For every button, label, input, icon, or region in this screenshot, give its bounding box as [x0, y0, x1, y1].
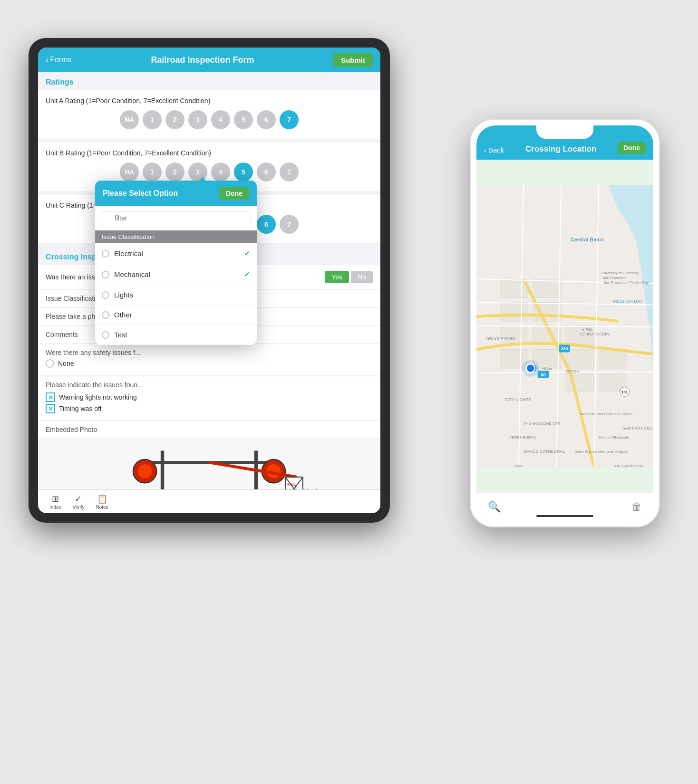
- svg-text:Costco Wholesale: Costco Wholesale: [599, 435, 629, 440]
- b-rating-2[interactable]: 2: [165, 163, 184, 182]
- search-bottom-icon[interactable]: 🔍: [488, 501, 501, 513]
- svg-text:San Francisco: San Francisco: [602, 276, 627, 280]
- timing-checkbox[interactable]: ✕: [46, 404, 55, 413]
- warning-lights-checkbox[interactable]: ✕: [46, 392, 55, 402]
- rating-4[interactable]: 4: [211, 110, 230, 129]
- phone-map[interactable]: 280 80 101 Central Basin MISSION BAY CHI…: [476, 160, 653, 492]
- svg-text:80: 80: [541, 373, 546, 377]
- dropdown-item-lights[interactable]: Lights: [95, 285, 257, 305]
- electrical-radio: [102, 250, 109, 258]
- dropdown-item-mechanical[interactable]: Mechanical ✓: [95, 264, 257, 285]
- svg-text:San Francisco Mission Bay: San Francisco Mission Bay: [603, 280, 649, 285]
- mechanical-radio: [102, 271, 109, 278]
- b-rating-na[interactable]: NA: [120, 163, 139, 182]
- notes-button[interactable]: 📋 Notes: [96, 494, 108, 510]
- issue-warning-lights: ✕ Warning lights not working: [46, 392, 373, 402]
- notes-icon: 📋: [97, 494, 107, 504]
- svg-text:Saint Francis Memorial Hospita: Saint Francis Memorial Hospital: [575, 449, 629, 454]
- tablet-bottombar: ⊞ Index ✓ Verify 📋 Notes: [38, 489, 380, 513]
- svg-text:Hilton: Hilton: [543, 366, 552, 371]
- svg-text:● REI: ● REI: [582, 327, 592, 332]
- svg-text:ROAD: ROAD: [285, 488, 297, 489]
- timing-label: Timing was off: [59, 405, 101, 412]
- rating-6[interactable]: 6: [257, 110, 276, 129]
- dropdown-modal: Please Select Option Done 🔍 Issue Classi…: [95, 181, 257, 345]
- svg-text:THE MOSCONE CTR: THE MOSCONE CTR: [524, 421, 561, 426]
- verify-label: Verify: [72, 505, 84, 510]
- unit-b-label: Unit B Rating (1=Poor Condition, 7=Excel…: [46, 149, 373, 157]
- svg-rect-28: [500, 326, 528, 345]
- svg-text:University of California: University of California: [601, 271, 639, 275]
- dropdown-item-test[interactable]: Test: [95, 325, 257, 345]
- dropdown-item-other[interactable]: Other: [95, 305, 257, 325]
- svg-text:CHINA BASIN: CHINA BASIN: [580, 331, 610, 336]
- issue-classification-label: Issue Classification: [46, 295, 103, 302]
- mechanical-check-icon: ✓: [244, 270, 250, 279]
- ratings-section-title: Ratings: [38, 72, 380, 90]
- b-rating-6[interactable]: 6: [257, 163, 276, 182]
- delete-bottom-icon[interactable]: 🗑: [631, 501, 642, 513]
- mechanical-label: Mechanical: [114, 270, 150, 278]
- index-label: Index: [49, 505, 61, 510]
- no-button[interactable]: No: [351, 271, 373, 283]
- verify-button[interactable]: ✓ Verify: [72, 494, 84, 510]
- other-left: Other: [102, 311, 132, 319]
- b-rating-1[interactable]: 1: [143, 163, 162, 182]
- verify-icon: ✓: [75, 494, 82, 504]
- safety-row: Were there any safety issues f... None: [38, 344, 380, 375]
- indicate-row: Please indicate the issues foun... ✕ War…: [38, 376, 380, 420]
- unit-a-rating-card: Unit A Rating (1=Poor Condition, 7=Excel…: [38, 90, 380, 139]
- yes-button[interactable]: Yes: [325, 271, 349, 283]
- electrical-left: Electrical: [102, 249, 143, 258]
- svg-rect-26: [500, 303, 528, 322]
- phone-notch: [536, 125, 593, 139]
- svg-rect-35: [599, 349, 627, 368]
- yes-no-buttons: Yes No: [325, 271, 373, 283]
- phone-done-button[interactable]: Done: [618, 142, 646, 154]
- unit-a-rating-row: NA 1 2 3 4 5 6 7: [46, 110, 373, 129]
- dropdown-item-electrical[interactable]: Electrical ✓: [95, 243, 257, 264]
- embedded-photo-label: Embedded Photo: [46, 426, 97, 433]
- svg-text:ORACLE PARK: ORACLE PARK: [486, 336, 516, 341]
- filter-input[interactable]: [101, 211, 251, 225]
- test-left: Test: [102, 331, 127, 339]
- rating-1[interactable]: 1: [143, 110, 162, 129]
- rating-3[interactable]: 3: [188, 110, 207, 129]
- test-radio: [102, 331, 109, 339]
- none-label: None: [58, 360, 74, 367]
- other-radio: [102, 311, 109, 319]
- c-rating-7[interactable]: 7: [280, 215, 299, 234]
- back-label: Forms: [50, 56, 71, 64]
- b-rating-4[interactable]: 4: [211, 163, 230, 182]
- rating-na[interactable]: NA: [120, 110, 139, 129]
- back-button[interactable]: ‹ Forms: [46, 56, 72, 64]
- rating-7[interactable]: 7: [280, 110, 299, 129]
- index-button[interactable]: ⊞ Index: [49, 494, 61, 510]
- map-container: 280 80 101 Central Basin MISSION BAY CHI…: [476, 160, 653, 492]
- electrical-check-icon: ✓: [244, 249, 250, 258]
- svg-text:Central Basin: Central Basin: [571, 237, 604, 242]
- svg-text:RAIL: RAIL: [286, 482, 296, 487]
- unit-a-label: Unit A Rating (1=Poor Condition, 7=Excel…: [46, 97, 373, 105]
- svg-text:MISSION BAY: MISSION BAY: [613, 298, 643, 304]
- svg-text:THE CATHEDRAL: THE CATHEDRAL: [613, 464, 644, 468]
- b-rating-5[interactable]: 5: [234, 163, 253, 182]
- indicate-label: Please indicate the issues foun...: [46, 381, 373, 389]
- rating-5[interactable]: 5: [234, 110, 253, 129]
- svg-rect-33: [566, 349, 594, 368]
- index-icon: ⊞: [52, 494, 59, 504]
- svg-text:SAN FRANCISCO CITY HALL: SAN FRANCISCO CITY HALL: [622, 426, 653, 430]
- lights-left: Lights: [102, 291, 133, 299]
- svg-text:SOMA: SOMA: [566, 369, 580, 374]
- none-radio[interactable]: [46, 359, 54, 368]
- phone-chevron-left-icon: ‹: [484, 146, 486, 154]
- railroad-diagram: 200 mm (8 in) 300 mm 5.2 m (17 ft) MIN C…: [38, 439, 380, 489]
- dropdown-done-button[interactable]: Done: [219, 187, 249, 200]
- c-rating-6[interactable]: 6: [257, 215, 276, 234]
- mechanical-left: Mechanical: [102, 270, 150, 278]
- b-rating-7[interactable]: 7: [280, 163, 299, 182]
- submit-button[interactable]: Submit: [333, 53, 373, 67]
- phone-back-button[interactable]: ‹ Back: [484, 146, 504, 154]
- page-title: Railroad Inspection Form: [151, 55, 254, 65]
- rating-2[interactable]: 2: [165, 110, 184, 129]
